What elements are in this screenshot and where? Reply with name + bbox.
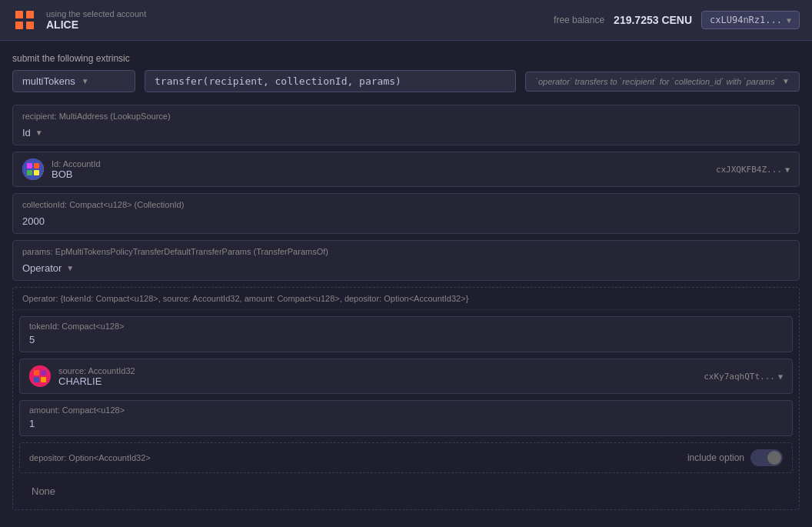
method-select[interactable]: transfer(recipient, collectionId, params… (145, 70, 516, 92)
charlie-address-text: cxKy7aqhQTt... (704, 372, 775, 382)
operator-nested-content: tokenId: Compact<u128> 5 source: Account… (13, 310, 799, 509)
amount-param-block: amount: Compact<u128> 1 (19, 400, 793, 436)
svg-rect-10 (34, 370, 39, 375)
bob-account-address[interactable]: cxJXQKFB4Z... ▼ (716, 165, 790, 175)
description-button[interactable]: `operator` transfers to `recipient` for … (525, 72, 800, 92)
header-right: free balance 219.7253 CENU cxLU94nRz1...… (554, 11, 800, 29)
bob-account-name: BOB (52, 168, 708, 180)
svg-rect-1 (26, 11, 34, 18)
collection-id-param-value-row: 2000 (13, 212, 799, 233)
depositor-label: depositor: Option<AccountId32> (29, 453, 151, 462)
svg-rect-5 (27, 163, 32, 168)
amount-param-header: amount: Compact<u128> (20, 401, 792, 416)
header-account-name: ALICE (46, 18, 146, 31)
description-text: `operator` transfers to `recipient` for … (535, 77, 777, 86)
extrinsic-row: multiTokens ▼ transfer(recipient, collec… (12, 70, 800, 92)
params-value-select[interactable]: Operator ▼ (22, 262, 74, 274)
bob-address-chevron-icon: ▼ (785, 165, 790, 174)
recipient-param-value-row: Id ▼ (13, 124, 799, 145)
svg-point-9 (29, 365, 51, 387)
operator-nested-header: Operator: {tokenId: Compact<u128>, sourc… (13, 288, 799, 310)
svg-point-4 (22, 158, 44, 180)
svg-rect-8 (34, 170, 39, 175)
charlie-account-row: source: AccountId32 CHARLIE cxKy7aqhQTt.… (19, 359, 793, 394)
include-option-toggle[interactable] (750, 449, 783, 466)
header-account: using the selected account ALICE (46, 9, 146, 31)
token-id-param-value: 5 (20, 332, 792, 352)
params-param-header: params: EpMultiTokensPolicyTransferDefau… (13, 241, 799, 259)
pallet-chevron-icon: ▼ (82, 77, 89, 85)
collection-id-value: 2000 (22, 215, 45, 227)
logo-icon (12, 8, 37, 32)
balance-label: free balance (554, 15, 604, 25)
header: using the selected account ALICE free ba… (0, 0, 812, 41)
recipient-param-header: recipient: MultiAddress (LookupSource) (13, 105, 799, 124)
params-value-text: Operator (22, 262, 62, 274)
main-content: submit the following extrinsic multiToke… (0, 41, 812, 527)
chevron-down-icon: ▼ (787, 16, 791, 25)
include-option-label: include option (687, 452, 744, 463)
svg-rect-0 (15, 11, 23, 18)
header-left: using the selected account ALICE (12, 8, 146, 32)
amount-param-value: 1 (20, 416, 792, 435)
recipient-value-text: Id (22, 127, 31, 138)
recipient-param-block: recipient: MultiAddress (LookupSource) I… (12, 105, 800, 145)
collection-id-param-header: collectionId: Compact<u128> (CollectionI… (13, 194, 799, 212)
recipient-value-select[interactable]: Id ▼ (22, 127, 43, 138)
pallet-label: multiTokens (22, 75, 75, 87)
recipient-chevron-icon: ▼ (35, 128, 43, 137)
description-chevron-icon: ▼ (782, 77, 790, 85)
svg-rect-3 (26, 22, 34, 29)
header-subtitle: using the selected account (46, 9, 146, 18)
svg-rect-2 (15, 22, 23, 29)
charlie-account-info: source: AccountId32 CHARLIE (58, 366, 696, 387)
pallet-select[interactable]: multiTokens ▼ (12, 70, 135, 92)
svg-rect-13 (41, 377, 46, 382)
bob-account-type: Id: AccountId (52, 159, 708, 168)
bob-account-row: Id: AccountId BOB cxJXQKFB4Z... ▼ (12, 152, 800, 187)
token-id-param-header: tokenId: Compact<u128> (20, 317, 792, 332)
charlie-account-type: source: AccountId32 (58, 366, 696, 375)
charlie-account-address[interactable]: cxKy7aqhQTt... ▼ (704, 372, 783, 382)
account-address-text: cxLU94nRz1... (710, 15, 782, 25)
operator-nested-block: Operator: {tokenId: Compact<u128>, sourc… (12, 287, 800, 510)
svg-rect-12 (34, 377, 39, 382)
params-param-value-row: Operator ▼ (13, 259, 799, 280)
svg-rect-6 (34, 163, 39, 168)
svg-rect-7 (27, 170, 32, 175)
account-address-button[interactable]: cxLU94nRz1... ▼ (701, 11, 800, 29)
charlie-account-name: CHARLIE (58, 375, 696, 387)
balance-value: 219.7253 CENU (614, 14, 692, 26)
depositor-row: depositor: Option<AccountId32> include o… (19, 442, 793, 473)
bob-address-text: cxJXQKFB4Z... (716, 165, 782, 175)
method-label: transfer(recipient, collectionId, params… (155, 75, 401, 87)
params-param-block: params: EpMultiTokensPolicyTransferDefau… (12, 240, 800, 281)
bob-avatar (22, 158, 44, 180)
charlie-avatar (29, 365, 51, 387)
bob-account-info: Id: AccountId BOB (52, 159, 708, 180)
svg-rect-11 (41, 370, 46, 375)
params-chevron-icon: ▼ (66, 264, 74, 272)
collection-id-param-block: collectionId: Compact<u128> (CollectionI… (12, 193, 800, 234)
extrinsic-section-label: submit the following extrinsic (12, 53, 800, 64)
charlie-address-chevron-icon: ▼ (778, 372, 783, 381)
include-option-row: include option (687, 449, 783, 466)
token-id-param-block: tokenId: Compact<u128> 5 (19, 316, 793, 352)
depositor-none-value: None (19, 479, 793, 503)
